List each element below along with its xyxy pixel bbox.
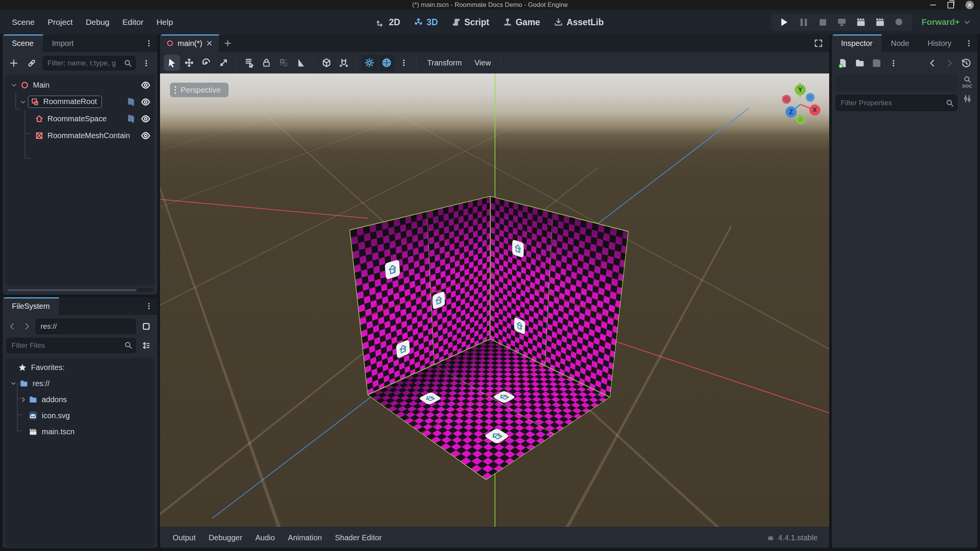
chevron-down-icon[interactable]	[9, 380, 18, 386]
history-forward-icon[interactable]	[942, 56, 957, 70]
path-field[interactable]	[36, 319, 136, 334]
tree-row-main[interactable]: Main	[6, 77, 154, 93]
new-resource-button[interactable]	[836, 56, 850, 70]
scene-tree-hscrollbar[interactable]	[7, 288, 154, 292]
version-info[interactable]: 4.4.1.stable	[766, 533, 823, 542]
split-view-icon[interactable]	[139, 319, 154, 334]
bottom-tab-animation[interactable]: Animation	[281, 531, 328, 545]
inspector-menu-icon[interactable]	[965, 34, 977, 52]
save-resource-button[interactable]	[869, 56, 884, 70]
filter-files-field[interactable]	[7, 338, 136, 353]
tab-import[interactable]: Import	[43, 34, 83, 52]
play-scene-button[interactable]	[853, 16, 869, 29]
movie-maker-button[interactable]	[892, 16, 907, 29]
play-custom-scene-button[interactable]	[872, 16, 888, 29]
stop-button[interactable]	[815, 16, 830, 29]
new-scene-tab-button[interactable]	[219, 34, 237, 52]
fs-row-favorites[interactable]: Favorites:	[6, 359, 154, 375]
context-tab-3d[interactable]: 3D	[409, 15, 443, 30]
history-back-icon[interactable]	[7, 320, 18, 333]
edit-history-icon[interactable]	[959, 56, 973, 70]
pause-button[interactable]	[796, 16, 811, 29]
view-perspective-menu[interactable]: Perspective	[170, 83, 229, 97]
path-input[interactable]	[36, 319, 136, 334]
close-icon[interactable]	[206, 40, 213, 47]
move-tool-button[interactable]	[181, 55, 197, 71]
chevron-right-icon[interactable]	[19, 397, 27, 403]
toggle-preview-environment-button[interactable]	[379, 55, 395, 71]
gizmo-neg-y-ball[interactable]	[796, 115, 805, 124]
node-rename-box[interactable]: RoommateRoot	[28, 96, 102, 108]
tab-node[interactable]: Node	[882, 34, 918, 52]
load-resource-folder-button[interactable]	[853, 56, 867, 70]
add-node-button[interactable]	[7, 56, 21, 70]
tab-history[interactable]: History	[918, 34, 960, 52]
window-maximize-icon[interactable]	[947, 2, 954, 8]
fs-row-res[interactable]: res://	[6, 375, 154, 391]
menu-help[interactable]: Help	[150, 14, 180, 30]
chevron-down-icon[interactable]	[18, 99, 28, 105]
gizmo-neg-x-ball[interactable]	[782, 95, 791, 104]
script-icon[interactable]	[126, 97, 136, 106]
rotate-tool-button[interactable]	[198, 55, 214, 71]
visibility-eye-icon[interactable]	[141, 97, 150, 107]
gizmo-y-ball[interactable]: Y	[795, 84, 806, 95]
scale-tool-button[interactable]	[216, 55, 232, 71]
menu-project[interactable]: Project	[41, 14, 79, 30]
group-selected-button[interactable]	[276, 55, 292, 71]
tab-inspector[interactable]: Inspector	[832, 34, 882, 52]
visibility-eye-icon[interactable]	[141, 131, 150, 140]
window-minimize-icon[interactable]	[930, 5, 936, 5]
property-tools-icon[interactable]	[963, 94, 972, 103]
visibility-eye-icon[interactable]	[141, 114, 150, 124]
gizmo-neg-z-ball[interactable]	[806, 93, 815, 102]
chevron-down-icon[interactable]	[9, 82, 19, 88]
context-tab-script[interactable]: Script	[447, 15, 494, 30]
gizmo-x-ball[interactable]: X	[809, 104, 820, 116]
file-sort-icon[interactable]	[139, 338, 154, 353]
renderer-dropdown[interactable]: Forward+	[918, 16, 975, 29]
scene-filter-input[interactable]	[42, 56, 136, 70]
filter-files-input[interactable]	[7, 338, 136, 353]
gizmo-z-ball[interactable]: Z	[786, 106, 797, 117]
menu-scene[interactable]: Scene	[5, 14, 41, 30]
tree-row-roommate-root[interactable]: RoommateRoot	[6, 93, 154, 110]
view-axis-gizmo[interactable]: Y X Z	[769, 78, 829, 132]
search-online-docs-icon[interactable]: DOC	[962, 76, 972, 88]
context-tab-assetlib[interactable]: AssetLib	[549, 15, 609, 30]
toggle-preview-sun-button[interactable]	[361, 55, 377, 71]
history-forward-icon[interactable]	[21, 320, 33, 333]
scene-filter-field[interactable]	[42, 56, 136, 70]
bottom-tab-output[interactable]: Output	[166, 531, 202, 545]
tree-row-roommate-space[interactable]: RoommateSpace	[6, 110, 154, 127]
magnet-snap-button[interactable]	[336, 55, 352, 71]
context-tab-game[interactable]: Game	[498, 15, 545, 30]
filter-properties-input[interactable]	[836, 95, 957, 111]
context-tab-2d[interactable]: 2D	[371, 15, 405, 30]
bottom-tab-shader-editor[interactable]: Shader Editor	[328, 531, 388, 545]
selection-list-button[interactable]	[241, 55, 257, 71]
remote-debug-button[interactable]	[834, 16, 849, 29]
visibility-eye-icon[interactable]	[141, 80, 150, 90]
bottom-tab-audio[interactable]: Audio	[249, 531, 281, 545]
tab-scene[interactable]: Scene	[3, 34, 43, 52]
fs-row-main-tscn[interactable]: main.tscn	[6, 424, 154, 440]
distraction-free-icon[interactable]	[814, 34, 829, 52]
scene-tab-main[interactable]: main(*)	[160, 34, 219, 52]
tree-row-roommate-mesh-container[interactable]: RoommateMeshContain	[6, 127, 154, 144]
play-button[interactable]	[777, 16, 792, 29]
lock-selected-button[interactable]	[258, 55, 274, 71]
viewport-3d[interactable]: Perspective Y X Z	[160, 73, 829, 527]
bottom-tab-debugger[interactable]: Debugger	[202, 531, 249, 545]
preview-options-menu-icon[interactable]	[396, 55, 412, 71]
instance-scene-button[interactable]	[24, 56, 39, 70]
tab-filesystem[interactable]: FileSystem	[3, 297, 59, 315]
script-icon[interactable]	[126, 114, 136, 123]
filter-properties-field[interactable]	[836, 95, 957, 111]
window-close-icon[interactable]	[965, 1, 974, 9]
filesystem-menu-icon[interactable]	[145, 297, 157, 315]
fs-row-icon-svg[interactable]: icon.svg	[6, 408, 154, 424]
ruler-mode-button[interactable]	[293, 55, 309, 71]
select-tool-button[interactable]	[164, 55, 180, 71]
history-back-icon[interactable]	[925, 56, 940, 70]
